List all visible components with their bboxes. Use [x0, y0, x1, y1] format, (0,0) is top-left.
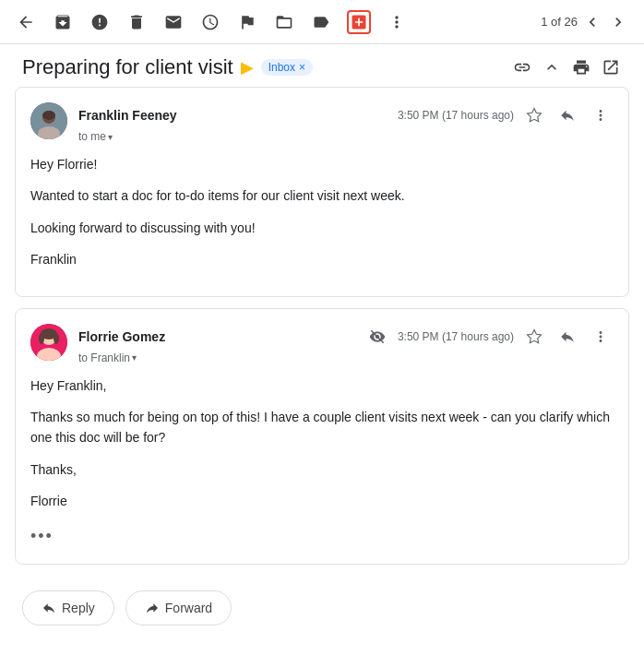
avatar-florrie — [30, 324, 67, 361]
draft-icon-2 — [364, 324, 390, 350]
star-button-1[interactable] — [521, 102, 547, 128]
reply-icon — [42, 601, 56, 615]
move-up-button[interactable] — [541, 56, 563, 78]
reply-button-2[interactable] — [555, 324, 580, 350]
svg-point-9 — [39, 333, 44, 344]
star-button-2[interactable] — [521, 324, 547, 350]
body-line-1-3: Looking forward to discussing with you! — [30, 218, 614, 238]
sender-name-2: Florrie Gomez — [78, 329, 165, 344]
delete-button[interactable] — [125, 11, 148, 33]
back-button[interactable] — [15, 11, 37, 33]
forward-icon — [145, 601, 160, 615]
sender-name-1: Franklin Feeney — [78, 108, 177, 123]
email-time-2: 3:50 PM (17 hours ago) — [398, 330, 514, 343]
email-counter: 1 of 26 — [541, 15, 578, 29]
svg-point-4 — [42, 111, 55, 120]
subject-bar: Preparing for client visit ▶ Inbox × — [0, 44, 644, 87]
sender-row-2: Florrie Gomez 3:50 PM (17 hours ago) — [78, 324, 614, 350]
toolbar: 1 of 26 — [0, 0, 644, 44]
forward-button[interactable]: Forward — [125, 590, 232, 625]
toolbar-left — [15, 10, 526, 34]
subject-actions — [511, 56, 622, 78]
print-button[interactable] — [570, 56, 592, 78]
inbox-badge-label: Inbox — [268, 61, 295, 74]
email-body-2: Hey Franklin, Thanks so much for being o… — [30, 375, 614, 550]
body-line-1-4: Franklin — [30, 249, 614, 269]
action-buttons: Reply Forward — [0, 576, 644, 648]
prev-email-button[interactable] — [581, 11, 603, 33]
to-line-2: to Franklin ▾ — [78, 351, 614, 364]
subject-arrow-icon: ▶ — [241, 57, 254, 77]
body-line-1-2: Wanted to start a doc for to-do items fo… — [30, 185, 614, 206]
email-card-2: Florrie Gomez 3:50 PM (17 hours ago) — [15, 308, 629, 566]
body-line-2-2: Thanks so much for being on top of this!… — [30, 407, 614, 448]
email-meta-1: 3:50 PM (17 hours ago) — [398, 102, 614, 128]
toolbar-counter: 1 of 26 — [541, 11, 629, 33]
to-dropdown-1[interactable]: ▾ — [108, 132, 113, 142]
spam-button[interactable] — [89, 11, 111, 33]
email-header-info-2: Florrie Gomez 3:50 PM (17 hours ago) — [78, 324, 614, 364]
more-actions-button[interactable] — [386, 11, 408, 33]
reply-button-label: Reply — [62, 601, 95, 615]
label-button[interactable] — [310, 11, 332, 33]
email-meta-2: 3:50 PM (17 hours ago) — [364, 324, 614, 350]
add-colored-button[interactable] — [347, 10, 371, 34]
body-line-1-1: Hey Florrie! — [30, 154, 614, 174]
link-button[interactable] — [511, 56, 533, 78]
email-thread: Franklin Feeney 3:50 PM (17 hours ago) — [0, 87, 644, 565]
email-body-1: Hey Florrie! Wanted to start a doc for t… — [30, 154, 614, 270]
reply-button[interactable]: Reply — [22, 590, 114, 625]
to-dropdown-2[interactable]: ▾ — [132, 352, 137, 363]
inbox-badge-close-button[interactable]: × — [299, 61, 305, 74]
task-button[interactable] — [236, 11, 258, 33]
move-button[interactable] — [273, 11, 295, 33]
svg-point-10 — [54, 333, 59, 344]
to-text-2: to Franklin — [78, 351, 130, 364]
email-time-1: 3:50 PM (17 hours ago) — [398, 109, 514, 122]
more-button-2[interactable] — [588, 324, 614, 350]
more-button-1[interactable] — [588, 102, 614, 128]
email-header-2: Florrie Gomez 3:50 PM (17 hours ago) — [30, 324, 614, 364]
to-line-1: to me ▾ — [78, 130, 614, 143]
email-header-info-1: Franklin Feeney 3:50 PM (17 hours ago) — [78, 102, 614, 143]
snooze-button[interactable] — [199, 11, 221, 33]
body-line-2-3: Thanks, — [30, 459, 614, 480]
email-header-1: Franklin Feeney 3:50 PM (17 hours ago) — [30, 102, 614, 143]
to-text-1: to me — [78, 130, 106, 143]
forward-button-label: Forward — [165, 601, 212, 615]
body-line-2-1: Hey Franklin, — [30, 375, 614, 396]
next-email-button[interactable] — [607, 11, 629, 33]
email-card-1: Franklin Feeney 3:50 PM (17 hours ago) — [15, 87, 629, 297]
avatar-franklin — [30, 102, 67, 139]
sender-row-1: Franklin Feeney 3:50 PM (17 hours ago) — [78, 102, 614, 128]
email-button[interactable] — [162, 11, 185, 33]
archive-button[interactable] — [52, 11, 74, 33]
open-new-button[interactable] — [600, 56, 622, 78]
body-line-2-4: Florrie — [30, 491, 614, 511]
email-subject: Preparing for client visit — [22, 55, 233, 79]
inbox-badge: Inbox × — [261, 59, 313, 76]
reply-button-1[interactable] — [555, 102, 580, 128]
show-more-button[interactable]: ••• — [30, 523, 614, 550]
